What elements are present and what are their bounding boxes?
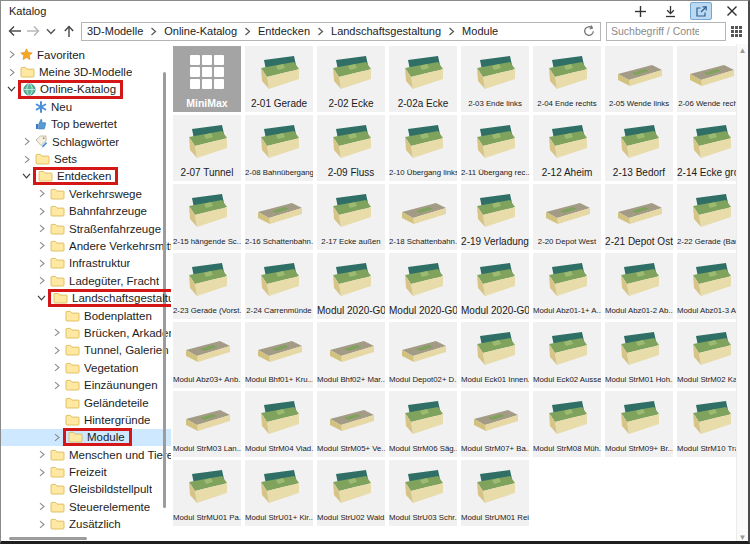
chevron-right-icon[interactable] [5,50,18,59]
grid-item-modul-stru01-kir[interactable]: Modul StrU01+ Kir... [245,460,313,526]
tree-item-online-katalog[interactable]: Online-Katalog [1,81,171,98]
chevron-right-icon[interactable] [35,241,48,250]
grid-item-modul-strm10-trau[interactable]: Modul StrM10 Trau... [677,391,745,457]
breadcrumb-item-landschaftsgestaltung[interactable]: Landschaftsgestaltung [331,25,441,37]
grid-item-2-17-ecke-außen[interactable]: 2-17 Ecke außen [317,184,385,250]
chevron-right-icon[interactable] [35,189,48,198]
chevron-down-icon[interactable] [5,85,18,93]
grid-item-2-09-fluss[interactable]: 2-09 Fluss [317,115,385,181]
chevron-right-icon[interactable] [35,502,48,511]
tree-item-entdecken[interactable]: Entdecken [1,168,171,185]
grid-item-modul-strm08-müh[interactable]: Modul StrM08 Müh... [533,391,601,457]
tree-item-meine-3d-modelle[interactable]: Meine 3D-Modelle [1,63,171,80]
forward-button[interactable] [25,23,40,39]
grid-item-modul-eck01-innen[interactable]: Modul Eck01 Innen... [461,322,529,388]
tree-item-geländeteile[interactable]: Geländeteile [1,394,171,411]
tree-item-module[interactable]: Module [1,429,171,446]
tree-item-steuerelemente[interactable]: Steuerelemente [1,498,171,515]
tree-item-hintergründe[interactable]: Hintergründe [1,411,171,428]
grid-item-modul-strm06-säg[interactable]: Modul StrM06 Säg... [389,391,457,457]
grid-item-modul-stru03-schr[interactable]: Modul StrU03 Schr... [389,460,457,526]
grid-item-2-23-gerade-vorst[interactable]: 2-23 Gerade (Vorst... [173,253,241,319]
tree-item-straßenfahrzeuge[interactable]: Straßenfahrzeuge [1,220,171,237]
add-button[interactable] [630,3,650,19]
grid-item-2-05-wende-links[interactable]: 2-05 Wende links [605,46,673,112]
chevron-right-icon[interactable] [35,468,48,477]
grid-item-modul-strm02-kan[interactable]: Modul StrM02 Kan... [677,322,745,388]
grid-item-2-24-carrenmünde[interactable]: 2-24 Carrenmünde [245,253,313,319]
chevron-right-icon[interactable] [50,328,63,337]
tree-item-neu[interactable]: Neu [1,98,171,115]
grid-item-modul-eck02-ausse[interactable]: Modul Eck02 Ausse... [533,322,601,388]
grid-item-modul-strum01-rei[interactable]: Modul StrUM01 Rei... [461,460,529,526]
tree-item-bodenplatten[interactable]: Bodenplatten [1,307,171,324]
grid-item-modul-strm09-br[interactable]: Modul StrM09+ Br... [605,391,673,457]
chevron-right-icon[interactable] [35,450,48,459]
grid-item-2-20-depot-west[interactable]: 2-20 Depot West [533,184,601,250]
back-button[interactable] [7,23,22,39]
chevron-right-icon[interactable] [20,155,33,164]
chevron-right-icon[interactable] [35,520,48,529]
grid-item-modul-abz01-1-a[interactable]: Modul Abz01-1+ A... [533,253,601,319]
grid-item-2-02-ecke[interactable]: 2-02 Ecke [317,46,385,112]
grid-item-modul-2020-g02[interactable]: Modul 2020-G02 [389,253,457,319]
chevron-down-icon[interactable] [35,294,48,302]
tree-item-freizeit[interactable]: Freizeit [1,463,171,480]
grid-item-2-16-schattenbahn[interactable]: 2-16 Schattenbahn... [245,184,313,250]
chevron-down-icon[interactable] [20,172,33,180]
tree-item-sets[interactable]: Sets [1,150,171,167]
chevron-right-icon[interactable] [50,363,63,372]
grid-item-modul-abz01-2-ab[interactable]: Modul Abz01-2 Ab... [605,253,673,319]
grid-item-2-22-gerade-baue[interactable]: 2-22 Gerade (Baue... [677,184,745,250]
tree-item-vegetation[interactable]: Vegetation [1,359,171,376]
chevron-right-icon[interactable] [50,433,63,442]
grid-item-modul-2020-g03[interactable]: Modul 2020-G03 [461,253,529,319]
sidebar-horizontal-scrollbar[interactable] [9,537,87,540]
breadcrumb-item-entdecken[interactable]: Entdecken [258,25,310,37]
grid-item-modul-strm07-ba[interactable]: Modul StrM07+ Ba... [461,391,529,457]
chevron-right-icon[interactable] [35,207,48,216]
chevron-right-icon[interactable] [35,224,48,233]
tree-item-andere-verkehrsmittel[interactable]: Andere Verkehrsmittel [1,237,171,254]
apps-grid-icon[interactable] [731,26,742,37]
grid-vertical-scrollbar[interactable]: ▲ ▼ [736,44,748,544]
chevron-right-icon[interactable] [50,346,63,355]
tree-item-bahnfahrzeuge[interactable]: Bahnfahrzeuge [1,203,171,220]
grid-item-2-04-ende-rechts[interactable]: 2-04 Ende rechts [533,46,601,112]
grid-item-2-13-bedorf[interactable]: 2-13 Bedorf [605,115,673,181]
breadcrumb-item-online-katalog[interactable]: Online-Katalog [164,25,237,37]
grid-item-2-01-gerade[interactable]: 2-01 Gerade [245,46,313,112]
tree-item-tunnel-galerien[interactable]: Tunnel, Galerien [1,342,171,359]
detach-button[interactable] [690,2,712,20]
tree-item-schlagwörter[interactable]: Schlagwörter [1,133,171,150]
search-input[interactable] [611,25,699,37]
import-button[interactable] [660,3,680,19]
grid-item-modul-abz01-3-ab[interactable]: Modul Abz01-3 Ab... [677,253,745,319]
grid-item-2-08-bahnübergang[interactable]: 2-08 Bahnübergang [245,115,313,181]
grid-item-2-06-wende-rechts[interactable]: 2-06 Wende rechts [677,46,745,112]
grid-item-modul-2020-g01[interactable]: Modul 2020-G01 [317,253,385,319]
grid-item-2-10-übergang-links[interactable]: 2-10 Übergang links [389,115,457,181]
scroll-up-icon[interactable]: ▲ [739,47,747,55]
grid-item-2-14-ecke-groß[interactable]: 2-14 Ecke groß [677,115,745,181]
grid-item-modul-bhf02-mar[interactable]: Modul Bhf02+ Mar... [317,322,385,388]
grid-item-modul-strm04-viad[interactable]: Modul StrM04 Viad... [245,391,313,457]
grid-item-modul-strm03-lan[interactable]: Modul StrM03 Lan... [173,391,241,457]
tree-item-menschen-und-tiere[interactable]: Menschen und Tiere [1,446,171,463]
grid-item-2-02a-ecke[interactable]: 2-02a Ecke [389,46,457,112]
grid-item-2-15-hängende-sc[interactable]: 2-15 hängende Sc... [173,184,241,250]
grid-item-2-18-schattenbahn[interactable]: 2-18 Schattenbahn... [389,184,457,250]
grid-item-modul-stru02-wald[interactable]: Modul StrU02 Wald... [317,460,385,526]
history-dropdown-button[interactable] [43,23,58,39]
tree-item-top-bewertet[interactable]: Top bewertet [1,116,171,133]
scroll-down-icon[interactable]: ▼ [739,534,747,542]
chevron-right-icon[interactable] [50,381,63,390]
grid-item-2-21-depot-ost[interactable]: 2-21 Depot Ost [605,184,673,250]
tree-item-ladegüter-fracht[interactable]: Ladegüter, Fracht [1,272,171,289]
up-button[interactable] [61,23,76,39]
grid-item-2-12-aheim[interactable]: 2-12 Aheim [533,115,601,181]
chevron-right-icon[interactable] [20,137,33,146]
chevron-right-icon[interactable] [5,68,18,77]
tree-item-verkehrswege[interactable]: Verkehrswege [1,185,171,202]
breadcrumb-item-module[interactable]: Module [462,25,498,37]
